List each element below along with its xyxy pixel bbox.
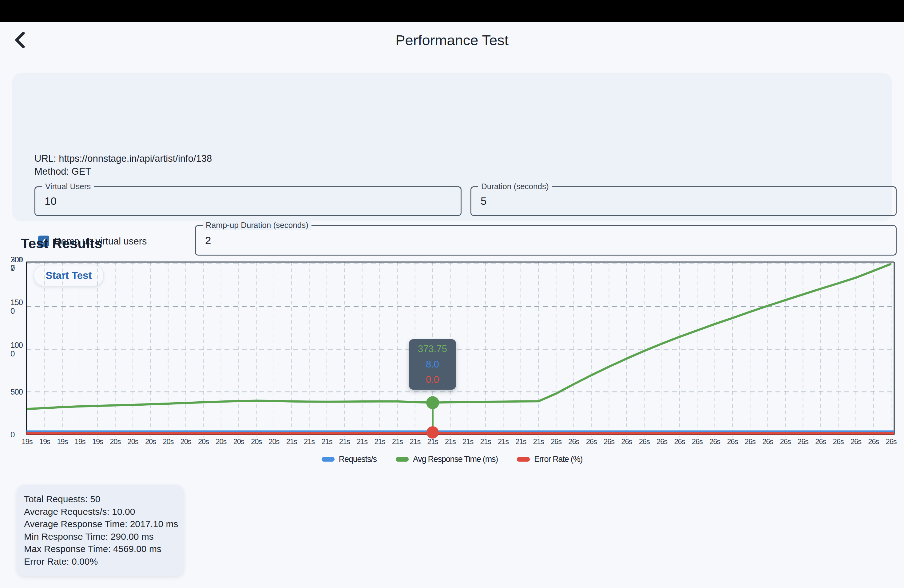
- summary-total-requests: Total Requests: 50: [24, 493, 183, 506]
- legend-label-response-time: Avg Response Time (ms): [413, 455, 498, 464]
- error-rate-marker-dot: [427, 426, 439, 439]
- legend-item-error-rate[interactable]: Error Rate (%): [517, 455, 582, 464]
- performance-test-screen: Performance Test URL: https://onnstage.i…: [0, 0, 904, 588]
- tooltip-requests-value: 8.0: [426, 359, 439, 370]
- summary-error-rate: Error Rate: 0.00%: [24, 555, 183, 568]
- chart-tooltip: 373.75 8.0 0.0: [409, 339, 456, 390]
- summary-avg-response: Average Response Time: 2017.10 ms: [24, 518, 183, 531]
- test-summary-card: Total Requests: 50 Average Requests/s: 1…: [17, 485, 183, 576]
- summary-max-response: Max Response Time: 4569.00 ms: [24, 543, 183, 555]
- y-tick-label: 150 0: [11, 298, 23, 315]
- chart-legend: Requests/s Avg Response Time (ms) Error …: [0, 455, 904, 464]
- summary-min-response: Min Response Time: 290.00 ms: [24, 531, 183, 543]
- summary-avg-requests: Average Requests/s: 10.00: [24, 506, 183, 518]
- response-time-marker-dot: [426, 396, 439, 409]
- legend-item-requests[interactable]: Requests/s: [322, 455, 377, 464]
- legend-swatch-error-rate: [517, 457, 530, 462]
- legend-swatch-requests: [322, 457, 335, 462]
- x-tick-label: 26s: [880, 437, 902, 446]
- y-tick-label: 100 0: [11, 341, 23, 358]
- y-tick-label: 0: [11, 430, 14, 439]
- legend-item-response-time[interactable]: Avg Response Time (ms): [396, 455, 498, 464]
- legend-swatch-response-time: [396, 457, 409, 462]
- y-tick-label: 500: [11, 387, 23, 396]
- tooltip-response-value: 373.75: [418, 343, 447, 354]
- legend-label-error-rate: Error Rate (%): [534, 455, 582, 464]
- tooltip-error-value: 0.0: [426, 374, 439, 385]
- legend-label-requests: Requests/s: [339, 455, 377, 464]
- y-tick-label: 301 7: [11, 255, 23, 272]
